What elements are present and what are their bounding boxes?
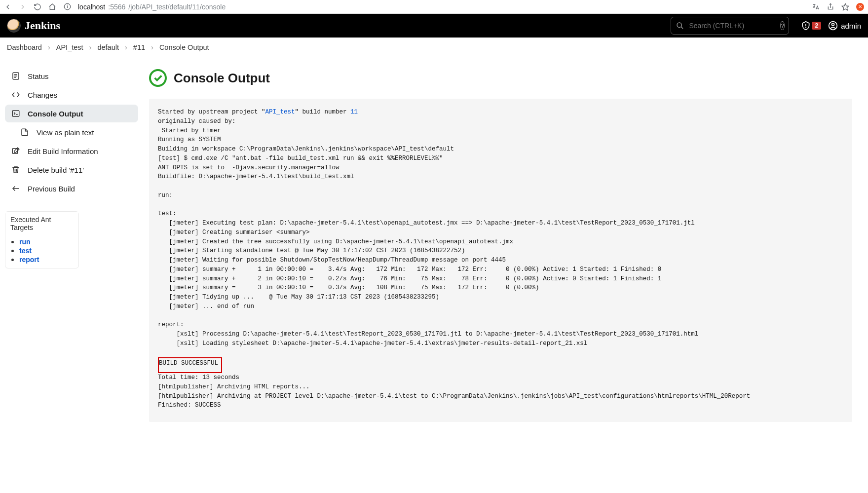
ant-target-run[interactable]: run	[19, 238, 31, 246]
sidebar-item-label: Previous Build	[28, 185, 75, 193]
url-port: :5566	[108, 3, 125, 11]
brand-text: Jenkins	[25, 19, 60, 32]
build-successful-highlight: BUILD SUCCESSFUL	[158, 357, 222, 373]
breadcrumb-console-output[interactable]: Console Output	[159, 43, 209, 51]
alert-count: 2	[812, 22, 821, 30]
sidebar-item-label: View as plain text	[37, 128, 94, 137]
ant-target-report[interactable]: report	[19, 256, 39, 264]
user-menu[interactable]: admin	[828, 21, 861, 31]
url-path: /job/API_test/default/11/console	[128, 3, 226, 11]
status-icon	[11, 72, 21, 80]
forward-icon[interactable]	[19, 3, 27, 11]
sidebar-item-label: Changes	[28, 91, 57, 99]
site-info-icon[interactable]	[63, 3, 71, 10]
svg-point-4	[677, 23, 681, 27]
extension-icon[interactable]: ✕	[856, 3, 864, 11]
edit-icon	[11, 147, 21, 155]
user-icon	[828, 21, 838, 31]
sidebar-item-plain-text[interactable]: View as plain text	[5, 123, 138, 141]
jenkins-header: Jenkins ? 2 admin	[0, 14, 868, 38]
jenkins-logo[interactable]: Jenkins	[7, 19, 60, 33]
svg-point-2	[67, 5, 68, 5]
sidebar: Status Changes Console Output View as pl…	[0, 57, 143, 442]
reload-icon[interactable]	[34, 3, 41, 11]
address-bar[interactable]: localhost:5566/job/API_test/default/11/c…	[78, 3, 226, 11]
sidebar-item-label: Console Output	[28, 110, 83, 118]
executed-ant-targets: Executed Ant Targets run test report	[5, 211, 79, 268]
sidebar-item-label: Status	[28, 72, 49, 80]
chevron-right-icon: ›	[89, 43, 92, 51]
search-icon	[676, 22, 684, 30]
translate-icon[interactable]	[812, 3, 820, 11]
sidebar-item-edit-build[interactable]: Edit Build Information	[5, 142, 138, 160]
chevron-right-icon: ›	[125, 43, 127, 51]
build-number-link[interactable]: 11	[350, 109, 358, 115]
trash-icon	[11, 165, 21, 174]
shield-warning-icon	[801, 21, 811, 31]
share-icon[interactable]	[827, 3, 834, 11]
search-help-icon[interactable]: ?	[780, 21, 784, 30]
main-content: Console Output Started by upstream proje…	[143, 57, 868, 442]
bookmark-icon[interactable]	[841, 3, 849, 11]
svg-point-9	[832, 23, 834, 26]
breadcrumb-api-test[interactable]: API_test	[56, 43, 83, 51]
document-icon	[20, 128, 30, 137]
arrow-left-icon	[11, 184, 21, 193]
breadcrumb: Dashboard › API_test › default › #11 › C…	[0, 38, 868, 57]
breadcrumb-default[interactable]: default	[97, 43, 119, 51]
svg-rect-14	[12, 111, 19, 116]
sidebar-item-changes[interactable]: Changes	[5, 86, 138, 104]
list-item: report	[19, 255, 78, 264]
chevron-right-icon: ›	[48, 43, 50, 51]
chevron-right-icon: ›	[151, 43, 153, 51]
user-name: admin	[841, 22, 861, 30]
console-output: Started by upstream project "API_test" b…	[149, 99, 852, 422]
sidebar-item-previous-build[interactable]: Previous Build	[5, 180, 138, 197]
success-icon	[149, 69, 167, 87]
sidebar-item-console-output[interactable]: Console Output	[5, 105, 138, 122]
breadcrumb-build-11[interactable]: #11	[133, 43, 145, 51]
sidebar-item-delete-build[interactable]: Delete build '#11'	[5, 161, 138, 179]
jenkins-butler-icon	[7, 19, 21, 33]
sidebar-item-label: Edit Build Information	[28, 147, 98, 155]
page-title: Console Output	[174, 71, 270, 86]
alert-badge[interactable]: 2	[801, 21, 821, 31]
search-input[interactable]	[689, 22, 775, 30]
upstream-project-link[interactable]: API_test	[265, 109, 295, 115]
ant-targets-title: Executed Ant Targets	[5, 212, 78, 235]
browser-bar: localhost:5566/job/API_test/default/11/c…	[0, 0, 868, 14]
ant-target-test[interactable]: test	[19, 247, 32, 255]
svg-marker-3	[842, 3, 848, 10]
sidebar-item-status[interactable]: Status	[5, 67, 138, 85]
list-item: run	[19, 237, 78, 246]
breadcrumb-dashboard[interactable]: Dashboard	[7, 43, 42, 51]
url-host: localhost	[78, 3, 105, 11]
home-icon[interactable]	[48, 3, 56, 11]
changes-icon	[11, 90, 21, 99]
sidebar-item-label: Delete build '#11'	[28, 166, 84, 174]
list-item: test	[19, 246, 78, 255]
terminal-icon	[11, 109, 21, 118]
svg-line-5	[681, 27, 683, 29]
svg-point-7	[806, 27, 806, 28]
search-box[interactable]: ?	[671, 17, 789, 35]
back-icon[interactable]	[4, 3, 12, 11]
